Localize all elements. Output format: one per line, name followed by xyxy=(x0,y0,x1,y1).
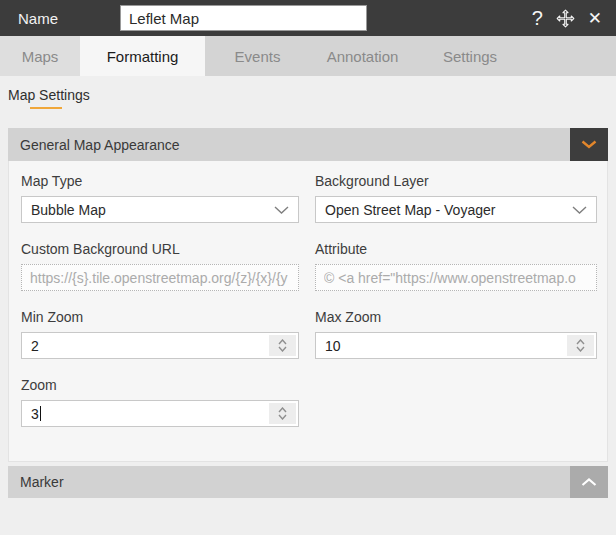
map-type-label: Map Type xyxy=(21,173,299,189)
name-input[interactable] xyxy=(120,5,367,31)
zoom-value: 3 xyxy=(31,406,39,422)
zoom-spinner[interactable] xyxy=(269,403,296,424)
section-title: Marker xyxy=(8,474,64,490)
min-zoom-value: 2 xyxy=(31,338,39,354)
attribute-input[interactable] xyxy=(315,264,597,291)
map-type-value: Bubble Map xyxy=(31,202,274,218)
general-map-appearance-section: General Map Appearance Map Type Bubble M… xyxy=(8,128,608,462)
max-zoom-spinner[interactable] xyxy=(567,335,594,356)
leaflet-map-settings-dialog: Name ? ✕ Maps Formatting Events Annotati… xyxy=(0,0,616,535)
zoom-label: Zoom xyxy=(21,377,299,393)
min-zoom-spinner[interactable] xyxy=(269,335,296,356)
tab-formatting[interactable]: Formatting xyxy=(80,36,205,76)
background-layer-field: Background Layer Open Street Map - Voyag… xyxy=(315,168,597,223)
tab-bar: Maps Formatting Events Annotation Settin… xyxy=(0,36,616,76)
chevron-down-icon xyxy=(274,206,289,214)
max-zoom-input[interactable]: 10 xyxy=(315,332,597,359)
custom-background-url-input[interactable] xyxy=(21,264,299,291)
help-icon[interactable]: ? xyxy=(532,7,543,29)
zoom-field: Zoom 3 xyxy=(21,372,299,427)
chevron-down-icon xyxy=(576,346,585,352)
tab-events[interactable]: Events xyxy=(205,36,310,76)
formatting-panel: Map Settings General Map Appearance Map … xyxy=(0,76,616,498)
name-label: Name xyxy=(18,10,120,27)
background-layer-value: Open Street Map - Voyager xyxy=(325,202,572,218)
min-zoom-label: Min Zoom xyxy=(21,309,299,325)
custom-background-url-label: Custom Background URL xyxy=(21,241,299,257)
tab-annotation[interactable]: Annotation xyxy=(310,36,415,76)
chevron-up-icon xyxy=(278,407,287,413)
max-zoom-value: 10 xyxy=(325,338,341,354)
chevron-up-icon xyxy=(278,339,287,345)
chevron-up-icon xyxy=(576,339,585,345)
close-icon[interactable]: ✕ xyxy=(588,7,602,29)
move-icon[interactable] xyxy=(556,7,575,29)
active-subtab-underline xyxy=(30,107,62,109)
background-layer-label: Background Layer xyxy=(315,173,597,189)
chevron-down-icon xyxy=(278,346,287,352)
general-map-appearance-header[interactable]: General Map Appearance xyxy=(8,128,608,161)
dialog-titlebar: Name ? ✕ xyxy=(0,0,616,36)
expand-section-button[interactable] xyxy=(570,466,608,498)
attribute-field: Attribute xyxy=(315,236,597,291)
tab-settings[interactable]: Settings xyxy=(415,36,525,76)
chevron-down-icon xyxy=(581,140,597,149)
max-zoom-field: Max Zoom 10 xyxy=(315,304,597,359)
titlebar-actions: ? ✕ xyxy=(532,7,602,29)
marker-section-header[interactable]: Marker xyxy=(8,466,608,498)
subtab-map-settings[interactable]: Map Settings xyxy=(8,87,90,109)
chevron-up-icon xyxy=(581,478,597,487)
map-type-field: Map Type Bubble Map xyxy=(21,168,299,223)
chevron-down-icon xyxy=(572,206,587,214)
tab-maps[interactable]: Maps xyxy=(0,36,80,76)
general-map-appearance-body: Map Type Bubble Map Background Layer Ope xyxy=(8,161,608,462)
text-cursor xyxy=(40,406,41,421)
subtab-label: Map Settings xyxy=(8,87,90,103)
collapse-section-button[interactable] xyxy=(570,128,608,161)
attribute-label: Attribute xyxy=(315,241,597,257)
chevron-down-icon xyxy=(278,414,287,420)
custom-background-url-field: Custom Background URL xyxy=(21,236,299,291)
min-zoom-input[interactable]: 2 xyxy=(21,332,299,359)
map-type-select[interactable]: Bubble Map xyxy=(21,196,299,223)
section-title: General Map Appearance xyxy=(8,137,180,153)
max-zoom-label: Max Zoom xyxy=(315,309,597,325)
zoom-input[interactable]: 3 xyxy=(21,400,299,427)
background-layer-select[interactable]: Open Street Map - Voyager xyxy=(315,196,597,223)
min-zoom-field: Min Zoom 2 xyxy=(21,304,299,359)
